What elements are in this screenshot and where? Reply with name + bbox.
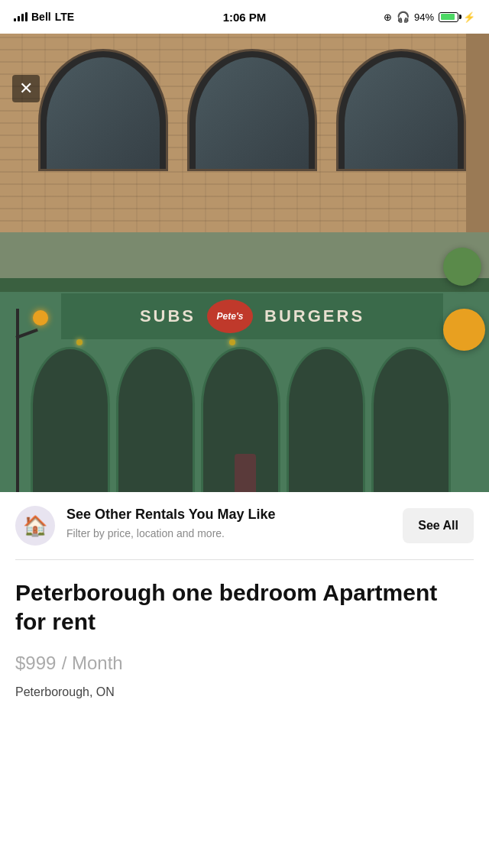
listing-title: Peterborough one bedroom Apartment for r… [15,578,474,636]
lightning-icon: ⚡ [463,11,475,23]
storefront: SUBS Pete's BURGERS [0,278,489,492]
carrier-name: Bell [31,11,51,23]
headphones-icon: 🎧 [397,11,410,23]
house-icon: 🏠 [23,514,47,538]
system-icons: ⊕ 🎧 94% ⚡ [384,11,475,23]
store-sign: SUBS Pete's BURGERS [61,293,443,339]
status-bar: Bell LTE 1:06 PM ⊕ 🎧 94% ⚡ [0,0,489,34]
price-value: $999 [15,653,56,673]
listing-price: $999 / Month [15,651,474,675]
network-type: LTE [55,11,74,23]
see-all-button[interactable]: See All [403,508,474,543]
hero-image: SUBS Pete's BURGERS ✕ [0,34,489,492]
house-icon-circle: 🏠 [15,506,55,546]
location-icon: ⊕ [384,11,392,23]
carrier-info: Bell LTE [14,11,74,23]
rental-banner-title: See Other Rentals You May Like [66,506,393,523]
battery-icon [439,12,458,22]
rental-text-block: See Other Rentals You May Like Filter by… [66,506,393,542]
store-name-burgers: BURGERS [264,306,364,326]
signal-icon [14,12,28,21]
upper-windows [38,49,466,171]
hanging-plants [428,248,489,400]
store-name-subs: SUBS [140,306,196,326]
store-logo: Pete's [207,300,253,333]
rental-banner-subtitle: Filter by price, location and more. [66,526,393,542]
battery-percent: 94% [414,11,434,23]
listing-location: Peterborough, ON [15,685,474,699]
time-display: 1:06 PM [223,11,267,24]
street-lamp [11,278,27,492]
close-icon: ✕ [19,80,33,97]
rental-banner: 🏠 See Other Rentals You May Like Filter … [0,492,489,559]
close-button[interactable]: ✕ [12,75,40,102]
listing-details: Peterborough one bedroom Apartment for r… [0,560,489,730]
price-period: / Month [62,653,123,673]
rental-banner-content: 🏠 See Other Rentals You May Like Filter … [15,506,393,546]
